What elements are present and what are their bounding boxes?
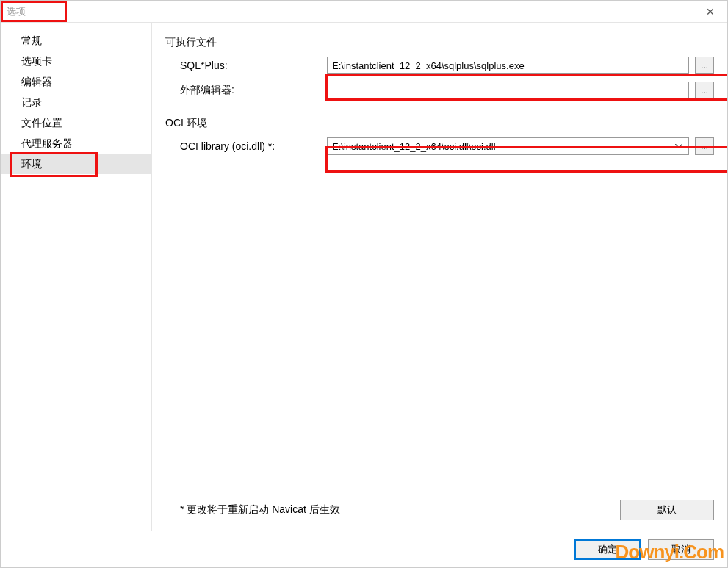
content-panel: 可执行文件 SQL*Plus: ... 外部编辑器: ... OCI 环境 OC…	[152, 23, 727, 531]
external-editor-label: 外部编辑器:	[180, 84, 327, 97]
sidebar-item-proxy[interactable]: 代理服务器	[1, 133, 151, 154]
sidebar-item-editor[interactable]: 编辑器	[1, 71, 151, 92]
sidebar-item-file-location[interactable]: 文件位置	[1, 112, 151, 133]
section-executables-title: 可执行文件	[165, 36, 714, 49]
close-icon: ✕	[706, 6, 715, 18]
sqlplus-label: SQL*Plus:	[180, 60, 327, 71]
external-editor-input[interactable]	[327, 82, 689, 99]
sqlplus-browse-button[interactable]: ...	[695, 57, 714, 74]
titlebar: 选项 ✕	[1, 1, 727, 23]
sidebar-item-general[interactable]: 常规	[1, 30, 151, 51]
sidebar-item-environment[interactable]: 环境	[1, 154, 151, 174]
options-window: 选项 ✕ 常规 选项卡 编辑器 记录 文件位置 代理服务器 环境 可执行文件 S…	[0, 0, 728, 568]
oci-row: OCI library (oci.dll) *: E:\instantclien…	[165, 137, 714, 155]
window-title: 选项	[7, 5, 26, 18]
ok-button[interactable]: 确定	[574, 539, 641, 560]
oci-browse-button[interactable]: ...	[695, 137, 714, 155]
sidebar-item-tabs[interactable]: 选项卡	[1, 51, 151, 71]
external-editor-browse-button[interactable]: ...	[695, 82, 714, 99]
external-editor-row: 外部编辑器: ...	[165, 82, 714, 99]
sidebar: 常规 选项卡 编辑器 记录 文件位置 代理服务器 环境	[1, 23, 152, 531]
cancel-button[interactable]: 取消	[648, 539, 714, 560]
restart-note: * 更改将于重新启动 Navicat 后生效	[180, 503, 620, 517]
default-button[interactable]: 默认	[620, 500, 714, 520]
footer: 确定 取消	[1, 531, 727, 567]
close-button[interactable]: ✕	[693, 1, 727, 23]
section-oci-title: OCI 环境	[165, 117, 714, 130]
oci-label: OCI library (oci.dll) *:	[180, 140, 327, 152]
sqlplus-input[interactable]	[327, 57, 689, 74]
sidebar-item-records[interactable]: 记录	[1, 92, 151, 112]
sqlplus-row: SQL*Plus: ...	[165, 57, 714, 74]
restart-row: * 更改将于重新启动 Navicat 后生效 默认	[165, 500, 714, 531]
oci-select[interactable]: E:\instantclient_12_2_x64\oci.dll\oci.dl…	[327, 137, 689, 155]
body: 常规 选项卡 编辑器 记录 文件位置 代理服务器 环境 可执行文件 SQL*Pl…	[1, 23, 727, 531]
